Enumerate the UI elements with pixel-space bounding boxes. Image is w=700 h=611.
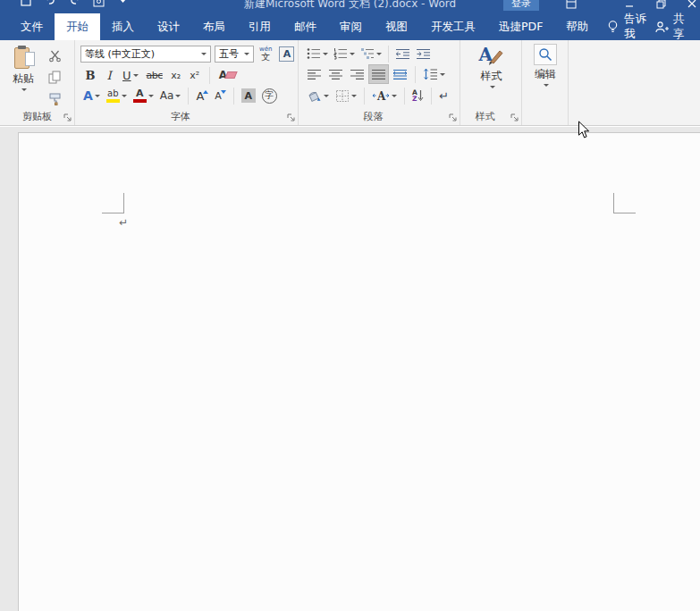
- asian-layout-button[interactable]: A: [370, 87, 399, 105]
- paste-clipboard-icon: [14, 46, 33, 70]
- character-border-glyph: A: [279, 46, 294, 62]
- tab-design[interactable]: 设计: [146, 13, 191, 40]
- styles-group-label: 样式: [461, 110, 509, 123]
- sort-button[interactable]: A Z: [410, 87, 426, 105]
- font-color-button[interactable]: A: [131, 87, 156, 105]
- tab-developer[interactable]: 开发工具: [419, 13, 487, 40]
- margin-corner-left-vertical: [123, 193, 124, 213]
- highlight-button[interactable]: ab: [105, 87, 129, 105]
- paragraph-dialog-launcher-icon[interactable]: [449, 113, 457, 121]
- asian-layout-caret-icon: [392, 95, 397, 97]
- bullets-caret-icon: [323, 53, 328, 55]
- editing-iconbox: [534, 44, 557, 65]
- subscript-button[interactable]: x₂: [169, 66, 183, 84]
- phonetic-hanzi-label: 文: [261, 53, 270, 62]
- text-effects-button[interactable]: A: [81, 87, 102, 105]
- tab-help[interactable]: 帮助: [554, 13, 600, 40]
- font-size-value: 五号: [219, 47, 239, 61]
- margin-corner-right-horizontal: [613, 213, 636, 213]
- character-border-button[interactable]: A: [277, 45, 296, 63]
- justify-icon: [371, 69, 386, 80]
- numbering-button[interactable]: [332, 45, 357, 63]
- font-name-combo[interactable]: 等线 (中文正文): [80, 46, 211, 63]
- numbering-caret-icon: [350, 53, 355, 55]
- close-icon[interactable]: [684, 0, 700, 11]
- align-right-button[interactable]: [348, 65, 367, 83]
- group-editing: 编辑: [523, 40, 569, 125]
- tab-file[interactable]: 文件: [9, 13, 55, 40]
- font-color-bar: [133, 99, 147, 103]
- clipboard-dialog-launcher-icon[interactable]: [63, 113, 72, 121]
- title-bar: 新建Microsoft Word 文档 (2).docx - Word 登录: [0, 0, 700, 11]
- paragraph-group-label: 段落: [299, 110, 447, 123]
- bullets-button[interactable]: [305, 45, 330, 63]
- font-name-caret-icon: [201, 53, 207, 55]
- sign-in-button[interactable]: 登录: [503, 0, 539, 11]
- lightbulb-icon: [607, 20, 619, 34]
- tab-references[interactable]: 引用: [237, 13, 283, 40]
- tab-view[interactable]: 视图: [374, 13, 419, 40]
- shading-button[interactable]: [305, 87, 331, 105]
- phonetic-guide-button[interactable]: wén 文: [257, 45, 274, 63]
- copy-button[interactable]: [48, 69, 68, 85]
- tab-review[interactable]: 审阅: [328, 13, 374, 40]
- ribbon-display-options-icon[interactable]: [563, 0, 579, 11]
- ribbon-tab-row: 文件 开始 插入 设计 布局 引用 邮件 审阅 视图 开发工具 迅捷PDF 帮助…: [0, 11, 700, 40]
- asian-layout-icon: A: [372, 89, 390, 103]
- borders-button[interactable]: [333, 87, 358, 105]
- justify-button[interactable]: [369, 65, 388, 83]
- group-font: 等线 (中文正文) 五号 wén 文 A B I U abc x₂: [76, 40, 299, 125]
- paste-caret-icon: [21, 88, 27, 91]
- font-dialog-launcher-icon[interactable]: [287, 113, 295, 121]
- grow-font-button[interactable]: A: [194, 87, 210, 105]
- increase-indent-button[interactable]: [414, 45, 433, 63]
- superscript-button[interactable]: x²: [188, 66, 202, 84]
- format-painter-icon: [48, 92, 63, 105]
- clear-formatting-button[interactable]: A: [217, 66, 238, 84]
- ribbon: 粘贴 剪贴板 等线 (中文正文) 五号 wén: [0, 40, 700, 126]
- show-hide-marks-button[interactable]: ↵: [437, 87, 451, 105]
- restore-icon[interactable]: [653, 0, 669, 11]
- line-spacing-button[interactable]: [421, 65, 447, 83]
- cut-button[interactable]: [48, 47, 68, 63]
- group-paragraph: A A Z ↵ 段落: [299, 40, 460, 125]
- align-right-icon: [350, 69, 365, 80]
- enclose-characters-button[interactable]: 字: [260, 87, 279, 105]
- tab-pdf[interactable]: 迅捷PDF: [487, 13, 554, 40]
- distribute-button[interactable]: [391, 65, 409, 83]
- paste-button[interactable]: 粘贴: [4, 44, 42, 112]
- editing-button[interactable]: 编辑: [523, 44, 568, 87]
- line-spacing-icon: [423, 68, 438, 80]
- italic-button[interactable]: I: [102, 66, 116, 84]
- scissors-icon: [48, 49, 62, 63]
- strikethrough-button[interactable]: abc: [145, 66, 164, 84]
- font-group-label: 字体: [76, 110, 285, 123]
- share-control[interactable]: 共享: [655, 13, 700, 40]
- decrease-indent-button[interactable]: [393, 45, 412, 63]
- align-left-button[interactable]: [305, 65, 324, 83]
- font-size-combo[interactable]: 五号: [215, 46, 254, 63]
- styles-caret-icon: [490, 86, 495, 88]
- document-canvas: ↵: [0, 127, 700, 611]
- format-painter-button[interactable]: [48, 90, 68, 106]
- underline-caret-icon: [133, 74, 139, 77]
- minimize-icon[interactable]: [621, 0, 637, 11]
- tab-mailings[interactable]: 邮件: [283, 13, 328, 40]
- margin-corner-left-horizontal: [102, 213, 124, 213]
- multilevel-list-button[interactable]: [358, 45, 384, 63]
- tab-home[interactable]: 开始: [55, 13, 100, 40]
- character-shading-button[interactable]: A: [240, 87, 257, 105]
- tab-layout[interactable]: 布局: [191, 13, 237, 40]
- document-page[interactable]: [18, 132, 700, 611]
- shrink-font-button[interactable]: A: [213, 87, 228, 105]
- styles-dialog-launcher-icon[interactable]: [510, 113, 519, 121]
- tell-me-control[interactable]: 告诉我: [600, 13, 654, 40]
- font-color-caret-icon: [148, 95, 154, 97]
- align-center-button[interactable]: [326, 65, 345, 83]
- tab-insert[interactable]: 插入: [100, 13, 146, 40]
- styles-button[interactable]: A 样式: [461, 44, 521, 88]
- underline-button[interactable]: U: [121, 66, 140, 84]
- change-case-button[interactable]: Aa: [158, 87, 183, 105]
- font-size-caret-icon: [244, 53, 249, 55]
- bold-button[interactable]: B: [83, 66, 97, 84]
